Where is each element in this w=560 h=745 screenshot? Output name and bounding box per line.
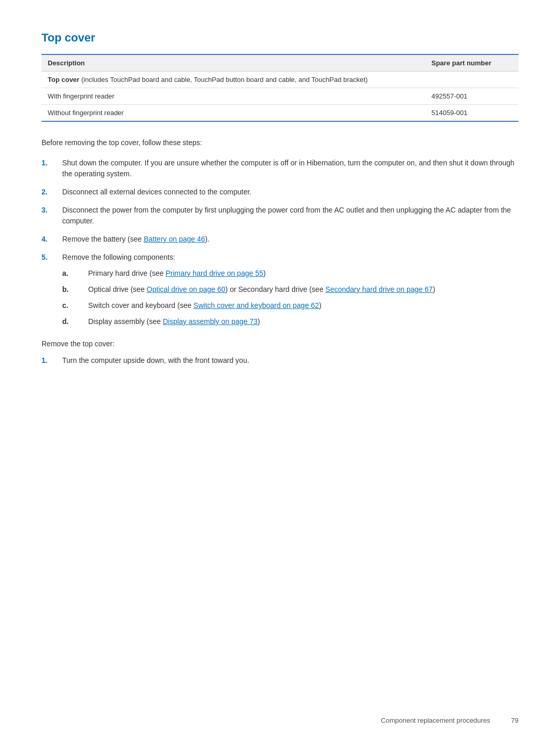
sub-spare-0: 492557-001 [425, 88, 519, 105]
sub-step-a-content: Primary hard drive (see Primary hard dri… [88, 268, 519, 279]
intro-paragraph: Before removing the top cover, follow th… [41, 137, 519, 148]
battery-link[interactable]: Battery on page 46 [144, 235, 205, 243]
sub-step-b-content: Optical drive (see Optical drive on page… [88, 284, 519, 295]
step-4-number: 4. [41, 234, 62, 245]
step-1: 1. Shut down the computer. If you are un… [41, 158, 519, 179]
steps-list: 1. Shut down the computer. If you are un… [41, 158, 519, 332]
sub-step-d: d. Display assembly (see Display assembl… [62, 316, 519, 327]
sub-description-0: With fingerprint reader [41, 88, 425, 105]
step-5-number: 5. [41, 252, 62, 332]
page-title: Top cover [41, 31, 519, 45]
step-4: 4. Remove the battery (see Battery on pa… [41, 234, 519, 245]
parts-table: Description Spare part number Top cover … [41, 54, 519, 122]
step-3: 3. Disconnect the power from the compute… [41, 205, 519, 227]
sub-step-a-text-before: Primary hard drive (see [88, 269, 165, 277]
sub-step-d-text-before: Display assembly (see [88, 317, 163, 326]
sub-step-c-content: Switch cover and keyboard (see Switch co… [88, 300, 519, 311]
table-header-row: Description Spare part number [41, 54, 519, 72]
sub-step-b-label: b. [62, 284, 88, 295]
sub-step-c-text-before: Switch cover and keyboard (see [88, 301, 193, 310]
description-column-header: Description [41, 54, 425, 72]
sub-spare-1: 514059-001 [425, 105, 519, 122]
sub-step-b: b. Optical drive (see Optical drive on p… [62, 284, 519, 295]
main-description-normal: (includes TouchPad board and cable, Touc… [79, 76, 368, 83]
step-1-text: Shut down the computer. If you are unsur… [62, 158, 519, 179]
secondary-hard-drive-link[interactable]: Secondary hard drive on page 67 [326, 285, 433, 293]
step-1-number: 1. [41, 158, 62, 179]
step-5-text: Remove the following components: a. Prim… [62, 252, 519, 332]
sub-step-d-label: d. [62, 316, 88, 327]
main-description-cell: Top cover (includes TouchPad board and c… [41, 72, 425, 88]
remove-steps-list: 1. Turn the computer upside down, with t… [41, 355, 519, 366]
step-4-text: Remove the battery (see Battery on page … [62, 234, 519, 245]
optical-drive-link[interactable]: Optical drive on page 60 [147, 285, 226, 293]
step-3-number: 3. [41, 205, 62, 227]
footer-page: 79 [511, 716, 519, 724]
step-5: 5. Remove the following components: a. P… [41, 252, 519, 332]
sub-step-a-text-after: ) [263, 269, 266, 277]
table-row-0: With fingerprint reader 492557-001 [41, 88, 519, 105]
remove-step-1: 1. Turn the computer upside down, with t… [41, 355, 519, 366]
sub-steps-list: a. Primary hard drive (see Primary hard … [62, 268, 519, 327]
step-2-text: Disconnect all external devices connecte… [62, 187, 519, 198]
switch-cover-link[interactable]: Switch cover and keyboard on page 62 [193, 301, 319, 310]
remove-step-1-number: 1. [41, 355, 62, 366]
footer-section: Component replacement procedures [381, 716, 491, 724]
page-footer: Component replacement procedures 79 [381, 716, 519, 724]
step-2-number: 2. [41, 187, 62, 198]
spare-part-column-header: Spare part number [425, 54, 519, 72]
step-2: 2. Disconnect all external devices conne… [41, 187, 519, 198]
step-4-text-after: ). [205, 235, 210, 243]
sub-step-d-content: Display assembly (see Display assembly o… [88, 316, 519, 327]
table-row-main: Top cover (includes TouchPad board and c… [41, 72, 519, 88]
sub-step-c-text-after: ) [319, 301, 321, 310]
table-row-1: Without fingerprint reader 514059-001 [41, 105, 519, 122]
sub-step-a-label: a. [62, 268, 88, 279]
step-4-text-before: Remove the battery (see [62, 235, 144, 243]
remove-step-1-text: Turn the computer upside down, with the … [62, 355, 519, 366]
sub-step-b-text-before: Optical drive (see [88, 285, 147, 293]
sub-step-d-text-after: ) [258, 317, 260, 326]
sub-step-b-text-middle: ) or Secondary hard drive (see [226, 285, 326, 293]
remove-heading: Remove the top cover: [41, 340, 519, 348]
main-spare-cell [425, 72, 519, 88]
sub-step-a: a. Primary hard drive (see Primary hard … [62, 268, 519, 279]
sub-step-c: c. Switch cover and keyboard (see Switch… [62, 300, 519, 311]
display-assembly-link[interactable]: Display assembly on page 73 [163, 317, 258, 326]
step-3-text: Disconnect the power from the computer b… [62, 205, 519, 227]
main-description-bold: Top cover [48, 76, 79, 83]
sub-step-b-text-after: ) [433, 285, 436, 293]
primary-hard-drive-link[interactable]: Primary hard drive on page 55 [165, 269, 263, 277]
sub-description-1: Without fingerprint reader [41, 105, 425, 122]
sub-step-c-label: c. [62, 300, 88, 311]
